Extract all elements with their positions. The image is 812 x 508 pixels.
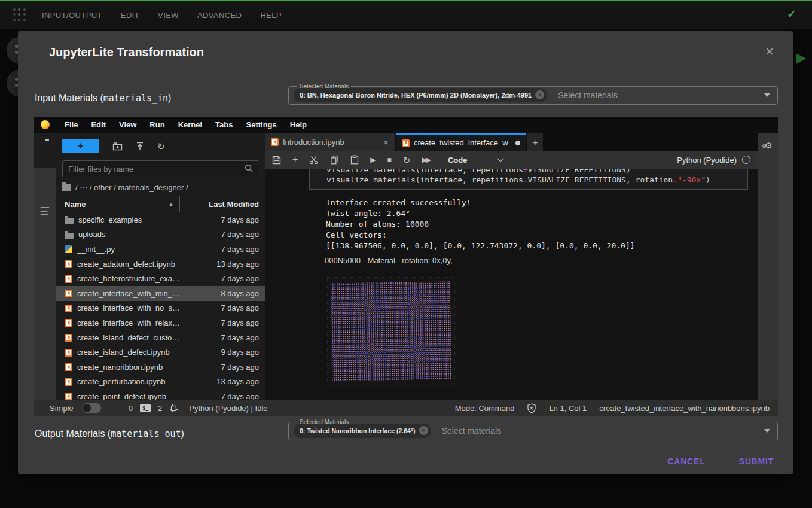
jupyter-menu-item-view[interactable]: View: [112, 120, 143, 129]
file-row[interactable]: create_perturbation.ipynb13 days ago: [56, 375, 265, 390]
cancel-button[interactable]: CANCEL: [664, 456, 709, 467]
notebook-icon: [65, 305, 72, 312]
file-name: create_interface_with_min_…: [77, 289, 193, 298]
kernel-status-text[interactable]: Python (Pyodide) | Idle: [189, 404, 267, 413]
file-row[interactable]: specific_examples7 days ago: [56, 212, 265, 227]
stop-icon[interactable]: ■: [387, 156, 392, 163]
app-menu-item-help[interactable]: HELP: [260, 11, 282, 20]
kernel-name: Python (Pyodide): [677, 156, 737, 165]
terminal-icon[interactable]: $_: [140, 404, 151, 412]
new-tab-button[interactable]: +: [527, 133, 543, 151]
cut-icon[interactable]: [309, 155, 319, 165]
tab-create-twisted-interface[interactable]: create_twisted_interface_w: [396, 133, 526, 151]
input-material-chip[interactable]: 0: BN, Hexagonal Boron Nitride, HEX (P6/…: [294, 88, 547, 102]
material-visualization: [326, 276, 456, 387]
search-icon: [245, 164, 254, 173]
tab-introduction[interactable]: Introduction.ipynb ×: [265, 133, 395, 151]
jupyter-menu-item-file[interactable]: File: [58, 120, 84, 129]
insert-cell-icon[interactable]: +: [292, 155, 298, 165]
kernel-selector[interactable]: Python (Pyodide): [677, 156, 750, 165]
app-grid-icon[interactable]: [13, 8, 26, 22]
chip-remove-icon[interactable]: ×: [535, 90, 544, 99]
chevron-down-icon: [497, 155, 504, 162]
command-mode-indicator[interactable]: Mode: Command: [455, 404, 515, 413]
background-play-icon[interactable]: [796, 53, 806, 64]
notebook-icon: [65, 393, 72, 400]
file-row[interactable]: create_island_defect.ipynb9 days ago: [56, 345, 265, 360]
code-line: visualize_materials(interface, repetitio…: [326, 175, 743, 185]
new-launcher-button[interactable]: +: [62, 139, 99, 153]
filter-files-wrap: [62, 160, 258, 177]
app-menu-item-view[interactable]: VIEW: [158, 11, 179, 20]
file-row[interactable]: create_adatom_defect.ipynb13 days ago: [56, 257, 265, 272]
terminals-count[interactable]: 0: [129, 404, 133, 413]
input-material-chip-label: 0: BN, Hexagonal Boron Nitride, HEX (P6/…: [300, 92, 532, 99]
file-modified: 7 days ago: [193, 392, 259, 400]
file-row[interactable]: create_nanoribbon.ipynb7 days ago: [56, 360, 265, 375]
filter-files-input[interactable]: [62, 160, 258, 177]
chevron-down-icon[interactable]: [764, 93, 770, 97]
tab-label: Introduction.ipynb: [283, 138, 378, 147]
jupyter-menu-item-settings[interactable]: Settings: [240, 120, 283, 129]
file-list-header: Name ▲ Last Modified: [56, 196, 265, 212]
restart-run-all-icon[interactable]: ▶▶: [422, 156, 429, 163]
check-icon[interactable]: ✓: [787, 7, 796, 21]
kernel-chip-icon[interactable]: [169, 404, 178, 413]
copy-icon[interactable]: [330, 155, 339, 165]
trust-shield-icon[interactable]: [527, 403, 536, 413]
chip-remove-icon[interactable]: ×: [419, 426, 428, 435]
paste-icon[interactable]: [350, 155, 359, 165]
run-icon[interactable]: ▶: [370, 156, 376, 163]
folder-icon: [65, 233, 74, 239]
breadcrumb-path[interactable]: / ⋯ / other / materials_designer /: [75, 183, 188, 192]
app-menu-item-advanced[interactable]: ADVANCED: [197, 11, 242, 20]
file-browser-toolbar: + ↻: [56, 133, 265, 159]
code-cell[interactable]: visualize_materials(interface, repetitio…: [309, 169, 748, 190]
simple-mode-toggle[interactable]: [82, 403, 101, 413]
file-row[interactable]: uploads7 days ago: [56, 227, 265, 242]
upload-icon[interactable]: [136, 142, 144, 151]
file-row[interactable]: create_interface_with_min_…8 days ago: [56, 286, 265, 301]
app-menu-item-input-output[interactable]: INPUT/OUTPUT: [42, 11, 102, 20]
breadcrumb[interactable]: / ⋯ / other / materials_designer /: [56, 177, 265, 195]
app-menu-item-edit[interactable]: EDIT: [121, 11, 139, 20]
cursor-position[interactable]: Ln 1, Col 1: [549, 404, 587, 413]
screen: INPUT/OUTPUTEDITVIEWADVANCEDHELP ✓ Jupyt…: [0, 0, 812, 508]
kernels-count[interactable]: 2: [158, 404, 162, 413]
output-materials-select[interactable]: Selected Materials 0: Twisted Nanoribbon…: [288, 419, 778, 440]
output-material-chip[interactable]: 0: Twisted Nanoribbon Interface (2.64°) …: [294, 424, 431, 438]
tab-close-icon[interactable]: ×: [383, 137, 389, 147]
dialog-actions: CANCEL SUBMIT: [664, 452, 777, 470]
sort-ascending-icon: ▲: [169, 202, 173, 207]
file-row[interactable]: create_interface_with_no_s…7 days ago: [56, 301, 265, 316]
file-row[interactable]: create_point_defect.ipynb7 days ago: [56, 389, 265, 400]
column-header-name[interactable]: Name ▲: [65, 200, 179, 209]
jupyter-menu-item-tabs[interactable]: Tabs: [209, 120, 239, 129]
file-list: specific_examples7 days agouploads7 days…: [56, 212, 265, 400]
jupyter-menu-item-run[interactable]: Run: [143, 120, 171, 129]
submit-button[interactable]: SUBMIT: [735, 456, 777, 467]
file-row[interactable]: __init__.py7 days ago: [56, 242, 265, 257]
output-materials-label: Output Materials (materials_out): [35, 423, 184, 445]
jupyterlite-transformation-dialog: JupyterLite Transformation × Input Mater…: [18, 31, 793, 474]
cell-type-dropdown[interactable]: Code: [448, 156, 503, 165]
file-row[interactable]: create_interface_with_relax…7 days ago: [56, 315, 265, 330]
input-materials-select[interactable]: Selected Materials 0: BN, Hexagonal Boro…: [288, 83, 778, 105]
file-name: create_adatom_defect.ipynb: [77, 260, 193, 269]
chevron-down-icon[interactable]: [764, 429, 770, 433]
file-row[interactable]: create_island_defect_custo…7 days ago: [56, 330, 265, 345]
file-row[interactable]: create_heterostructure_exa…7 days ago: [56, 271, 265, 286]
jupyter-menu-item-edit[interactable]: Edit: [84, 120, 112, 129]
save-icon[interactable]: [272, 156, 281, 165]
property-inspector-gears-icon[interactable]: ⚙⚙: [762, 140, 773, 151]
column-header-modified[interactable]: Last Modified: [179, 196, 259, 212]
new-folder-icon[interactable]: [112, 142, 123, 151]
jupyter-menu-item-kernel[interactable]: Kernel: [172, 120, 209, 129]
table-of-contents-icon[interactable]: [41, 207, 50, 215]
input-materials-label-suffix: ): [168, 93, 171, 103]
refresh-icon[interactable]: ↻: [157, 142, 165, 151]
close-icon[interactable]: ×: [765, 44, 774, 59]
restart-kernel-icon[interactable]: ↻: [403, 156, 411, 165]
jupyter-menu-item-help[interactable]: Help: [283, 120, 313, 129]
file-name: create_island_defect_custo…: [77, 333, 193, 342]
